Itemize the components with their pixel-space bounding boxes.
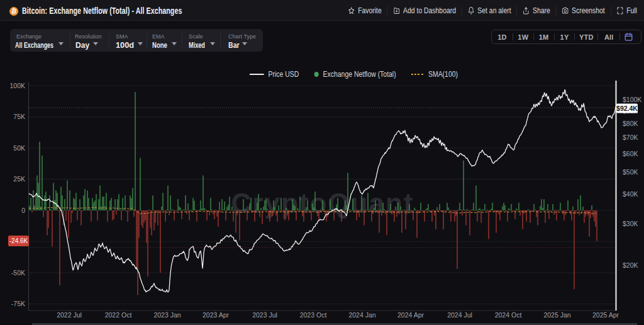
svg-text:2025 Jan: 2025 Jan <box>543 311 570 319</box>
svg-text:$40K: $40K <box>623 190 638 198</box>
svg-text:0: 0 <box>21 207 25 214</box>
svg-text:-24.6K: -24.6K <box>9 237 28 244</box>
svg-text:$20K: $20K <box>623 261 638 269</box>
svg-text:2023 Apr: 2023 Apr <box>203 311 230 319</box>
svg-text:2024 Jan: 2024 Jan <box>348 311 375 319</box>
svg-text:2024 Jul: 2024 Jul <box>447 311 472 319</box>
svg-text:2023 Jul: 2023 Jul <box>252 311 277 319</box>
svg-text:100K: 100K <box>9 82 25 89</box>
svg-text:$80K: $80K <box>623 120 638 127</box>
svg-text:$92.4K: $92.4K <box>616 105 638 112</box>
svg-text:-50K: -50K <box>11 269 25 277</box>
svg-text:2022 Jul: 2022 Jul <box>57 311 82 319</box>
svg-text:$50K: $50K <box>623 168 638 176</box>
svg-text:2025 Apr: 2025 Apr <box>592 311 619 319</box>
svg-text:2023 Oct: 2023 Oct <box>300 311 327 319</box>
svg-text:25K: 25K <box>13 175 25 183</box>
svg-text:-75K: -75K <box>11 300 25 307</box>
svg-text:2022 Oct: 2022 Oct <box>105 311 132 319</box>
svg-text:$70K: $70K <box>623 134 638 141</box>
svg-text:2024 Oct: 2024 Oct <box>495 311 522 319</box>
svg-text:$60K: $60K <box>623 150 638 157</box>
svg-text:$100K: $100K <box>623 96 641 103</box>
svg-text:$30K: $30K <box>623 220 638 227</box>
svg-text:75K: 75K <box>13 113 25 120</box>
svg-text:2024 Apr: 2024 Apr <box>397 311 425 319</box>
svg-text:50K: 50K <box>13 144 25 152</box>
svg-text:2023 Jan: 2023 Jan <box>153 311 180 319</box>
